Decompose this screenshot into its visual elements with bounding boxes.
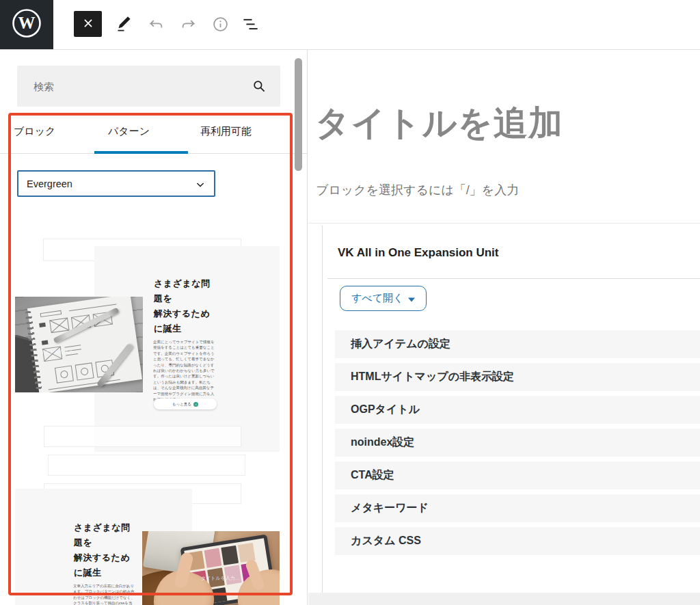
pattern1-image-watermark: タイトルを入力… — [40, 349, 79, 355]
metabox-area-footer — [308, 593, 700, 605]
tab-reusable[interactable]: 再利用可能 — [200, 125, 252, 138]
section-html-sitemap[interactable]: HTMLサイトマップの非表示設定 — [335, 363, 700, 391]
wordpress-logo[interactable]: W — [0, 0, 53, 49]
search-input[interactable] — [33, 66, 245, 107]
close-icon — [81, 16, 96, 33]
pencil-icon — [115, 15, 133, 36]
pattern2-tablet-photo: タイトルを入力… — [142, 531, 280, 605]
vk-exunit-metabox: VK All in One Expansion Unit すべて開く 挿入アイテ… — [322, 226, 700, 593]
tab-patterns[interactable]: パターン — [108, 125, 150, 138]
post-body-placeholder[interactable]: ブロックを選択するには「/」を入力 — [316, 182, 519, 198]
section-cta[interactable]: CTA設定 — [335, 461, 700, 489]
section-meta-keywords[interactable]: メタキーワード — [335, 494, 700, 522]
pattern2-body-text: 文章入力エリアの左右に余白があります。ブロックパターンはの組み合わせはブロックの… — [73, 583, 135, 605]
circle-arrow-icon: › — [193, 402, 198, 407]
pattern2-placeholder-box — [48, 455, 245, 476]
edit-mode-button[interactable] — [113, 15, 134, 36]
pattern2-placeholder-box — [44, 426, 241, 447]
section-custom-css[interactable]: カスタム CSS — [335, 527, 700, 555]
block-inserter-toggle-button[interactable] — [74, 11, 102, 37]
list-view-button[interactable] — [240, 15, 260, 36]
list-view-icon — [241, 15, 260, 36]
more-button-label: もっと見る — [172, 402, 191, 407]
metabox-title: VK All in One Expansion Unit — [338, 246, 499, 260]
search-box — [17, 66, 280, 107]
pattern-category-select[interactable]: Evergreen — [17, 170, 215, 197]
editor-canvas: タイトルを追加 ブロックを選択するには「/」を入力 VK All in One … — [308, 50, 700, 605]
pattern1-heading: さまざまな問 題を 解決するため に誕生 — [154, 276, 215, 336]
chevron-down-icon — [193, 178, 207, 191]
block-inserter-panel: ブロック パターン 再利用可能 Evergreen — [0, 50, 308, 605]
sidebar-scrollbar[interactable] — [295, 58, 302, 171]
details-button[interactable] — [210, 15, 230, 36]
pattern1-notebook-photo: タイトルを入力… — [15, 297, 143, 392]
inserter-tabs: ブロック パターン 再利用可能 — [0, 113, 307, 154]
redo-arrow-icon — [179, 15, 198, 36]
search-icon — [250, 77, 268, 95]
info-icon — [211, 15, 230, 36]
pattern1-more-button: もっと見る › — [154, 399, 217, 409]
wordpress-w-icon: W — [12, 8, 42, 41]
section-ogp-title[interactable]: OGPタイトル — [335, 396, 700, 424]
redo-button[interactable] — [178, 15, 198, 36]
canvas-divider — [308, 223, 700, 224]
undo-button[interactable] — [146, 15, 166, 36]
metabox-divider — [327, 278, 700, 279]
undo-arrow-icon — [147, 15, 165, 36]
svg-text:W: W — [18, 14, 36, 32]
pattern-category-value: Evergreen — [18, 178, 72, 189]
section-noindex[interactable]: noindex設定 — [335, 429, 700, 457]
notebook-shape — [27, 297, 142, 392]
post-title-placeholder[interactable]: タイトルを追加 — [315, 100, 563, 146]
expand-all-button[interactable]: すべて開く — [340, 286, 427, 311]
triangle-down-icon — [408, 296, 415, 303]
pattern1-body-text: 企業にとってウェブサイトで情報を発信をすることはとても重要なことです。企業のウェ… — [153, 339, 215, 402]
editor-toolbar: W — [0, 0, 700, 50]
section-insert-items[interactable]: 挿入アイテムの設定 — [335, 330, 700, 358]
pattern2-heading: さまざまな問 題を 解決するため に誕生 — [74, 520, 135, 580]
expand-all-label: すべて開く — [351, 292, 403, 305]
active-tab-indicator — [94, 151, 188, 154]
pattern2-image-watermark: タイトルを入力… — [201, 575, 240, 582]
wireframe-sketch — [27, 297, 142, 392]
tab-blocks[interactable]: ブロック — [14, 125, 55, 138]
